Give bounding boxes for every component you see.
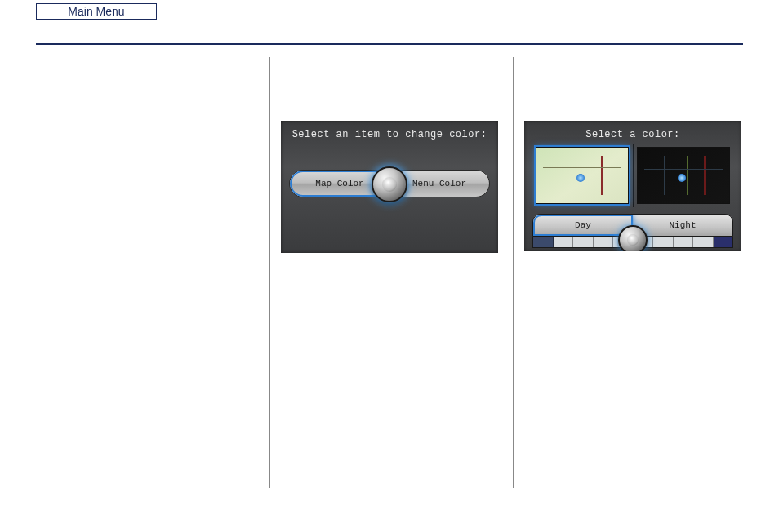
color-swatch[interactable] xyxy=(554,237,574,247)
map-current-location-icon xyxy=(678,174,686,182)
option-map-color-label: Map Color xyxy=(315,179,363,188)
column-divider-2 xyxy=(513,57,514,488)
column-divider-1 xyxy=(269,57,270,488)
color-select-screen: Select a color: Day Night xyxy=(524,121,741,251)
option-night-label: Night xyxy=(669,220,696,230)
panel-title: Select a color: xyxy=(524,121,741,140)
map-current-location-icon xyxy=(576,174,585,182)
color-swatch[interactable] xyxy=(653,237,674,247)
color-swatch[interactable] xyxy=(714,237,733,247)
color-item-select-screen: Select an item to change color: Map Colo… xyxy=(281,121,498,253)
color-swatch[interactable] xyxy=(573,237,594,247)
color-swatch[interactable] xyxy=(533,237,554,247)
color-swatch[interactable] xyxy=(594,237,614,247)
option-day[interactable]: Day xyxy=(533,215,633,236)
selector-dial[interactable] xyxy=(372,166,407,202)
main-menu-tab[interactable]: Main Menu xyxy=(36,3,157,20)
map-preview-night[interactable] xyxy=(637,147,730,204)
day-night-selector: Day Night xyxy=(532,214,733,248)
option-night[interactable]: Night xyxy=(633,215,732,236)
header-divider xyxy=(36,43,743,45)
color-swatch[interactable] xyxy=(693,237,714,247)
color-swatch[interactable] xyxy=(674,237,694,247)
color-item-selector: Map Color Menu Color xyxy=(289,166,490,202)
map-preview-row xyxy=(536,147,730,204)
option-day-label: Day xyxy=(575,220,591,230)
option-menu-color-label: Menu Color xyxy=(412,179,466,188)
main-menu-label: Main Menu xyxy=(68,5,124,18)
panel-title: Select an item to change color: xyxy=(281,121,498,140)
map-preview-day[interactable] xyxy=(536,147,629,204)
selector-dial[interactable] xyxy=(618,225,648,251)
